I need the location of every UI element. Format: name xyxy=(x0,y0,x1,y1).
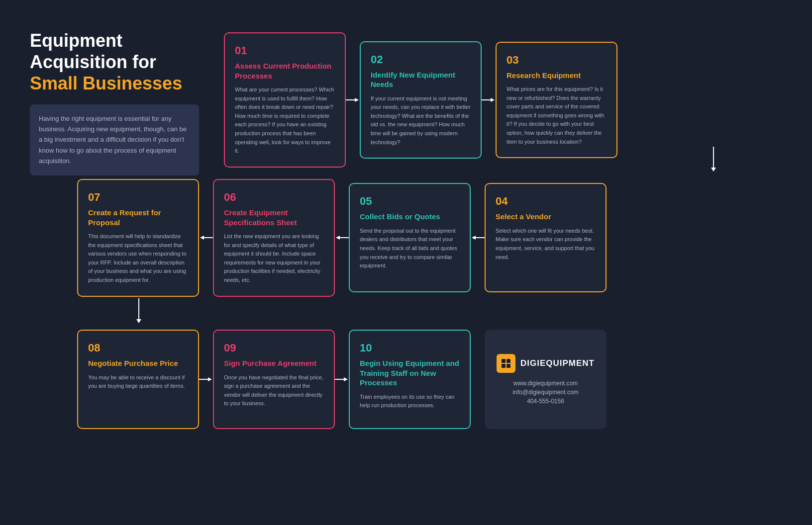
card-09: 09 Sign Purchase Agreement Once you have… xyxy=(213,330,335,429)
svg-marker-9 xyxy=(472,236,476,240)
logo-card: DIGIEQUIPMENT www.digiequipment.com info… xyxy=(485,330,607,429)
card-08-title: Negotiate Purchase Price xyxy=(88,358,188,368)
title-line2: Acquisition for xyxy=(30,51,199,73)
logo-email: info@digiequipment.com xyxy=(512,389,578,396)
svg-rect-17 xyxy=(507,364,510,368)
card-02-text: If your current equipment is not meeting… xyxy=(371,94,471,147)
svg-rect-15 xyxy=(507,359,510,363)
card-03: 03 Research Equipment What prices are fo… xyxy=(496,42,617,159)
svg-marker-13 xyxy=(344,377,348,381)
card-08-num: 08 xyxy=(88,342,188,354)
arrow-01-02 xyxy=(346,97,360,102)
arrow-02-03 xyxy=(482,97,496,102)
card-02: 02 Identify New Equipment Needs If your … xyxy=(360,41,482,159)
card-05-text: Send the proposal out to the equipment d… xyxy=(360,227,460,270)
arrow-08-09 xyxy=(199,377,213,382)
card-10-num: 10 xyxy=(360,342,460,354)
card-06-title: Create Equipment Specifications Sheet xyxy=(224,208,324,227)
svg-rect-16 xyxy=(502,364,506,368)
card-07-text: This document will help to standardize t… xyxy=(88,232,188,285)
card-03-text: What prices are for this equipment? Is i… xyxy=(507,85,607,146)
logo-name: DIGIEQUIPMENT xyxy=(520,358,595,368)
vert-07-08 xyxy=(138,298,139,321)
title-description: Having the right equipment is essential … xyxy=(39,113,190,167)
logo-icon xyxy=(497,354,515,373)
logo-icon-wrap: DIGIEQUIPMENT xyxy=(497,354,595,373)
card-07: 07 Create a Request for Proposal This do… xyxy=(77,179,199,297)
card-06-num: 06 xyxy=(224,191,324,204)
card-05-title: Collect Bids or Quotes xyxy=(360,212,460,222)
svg-marker-1 xyxy=(355,98,359,102)
card-05: 05 Collect Bids or Quotes Send the propo… xyxy=(349,183,471,292)
card-01-num: 01 xyxy=(235,44,335,57)
card-06: 06 Create Equipment Specifications Sheet… xyxy=(213,179,335,297)
card-08-text: You may be able to receive a discount if… xyxy=(88,373,188,391)
card-01-text: What are your current processes? Which e… xyxy=(235,86,335,156)
card-04: 04 Select a Vendor Select which one will… xyxy=(485,183,607,292)
row-3: 08 Negotiate Purchase Price You may be a… xyxy=(77,330,607,429)
card-10-text: Train employees on its use so they can h… xyxy=(360,393,460,410)
title-line3: Small Businesses xyxy=(30,73,199,94)
logo-website: www.digiequipment.com xyxy=(513,380,578,387)
svg-rect-14 xyxy=(502,359,506,363)
card-02-title: Identify New Equipment Needs xyxy=(371,70,471,89)
svg-marker-5 xyxy=(200,236,204,240)
card-10: 10 Begin Using Equipment and Training St… xyxy=(349,330,471,429)
row-2: 07 Create a Request for Proposal This do… xyxy=(77,179,607,297)
arrow-06-07 xyxy=(199,235,213,240)
card-09-num: 09 xyxy=(224,342,324,354)
vert-03-04 xyxy=(713,147,714,169)
arrow-04-05 xyxy=(471,235,485,240)
page: Equipment Acquisition for Small Business… xyxy=(0,0,812,525)
arrow-05-06 xyxy=(335,235,349,240)
card-09-title: Sign Purchase Agreement xyxy=(224,358,324,368)
arrow-09-10 xyxy=(335,377,349,382)
card-06-text: List the new equipment you are looking f… xyxy=(224,232,324,285)
card-04-num: 04 xyxy=(496,195,596,208)
svg-marker-3 xyxy=(491,98,495,102)
logo-phone: 404-555-0156 xyxy=(527,398,564,405)
row-1: 01 Assess Current Production Processes W… xyxy=(224,32,617,168)
card-07-title: Create a Request for Proposal xyxy=(88,208,188,227)
svg-marker-11 xyxy=(208,377,212,381)
card-04-text: Select which one will fit your needs bes… xyxy=(496,227,596,262)
svg-marker-7 xyxy=(336,236,340,240)
card-01-title: Assess Current Production Processes xyxy=(235,61,335,81)
card-09-text: Once you have negotiated the final price… xyxy=(224,373,324,408)
card-05-num: 05 xyxy=(360,195,460,208)
card-01: 01 Assess Current Production Processes W… xyxy=(224,32,346,168)
card-03-title: Research Equipment xyxy=(507,71,607,81)
card-04-title: Select a Vendor xyxy=(496,212,596,222)
card-08: 08 Negotiate Purchase Price You may be a… xyxy=(77,330,199,429)
card-02-num: 02 xyxy=(371,53,471,66)
card-10-title: Begin Using Equipment and Training Staff… xyxy=(360,358,460,388)
card-03-num: 03 xyxy=(507,54,607,67)
title-line1: Equipment xyxy=(30,30,199,51)
card-07-num: 07 xyxy=(88,191,188,204)
title-area: Equipment Acquisition for Small Business… xyxy=(30,30,199,175)
